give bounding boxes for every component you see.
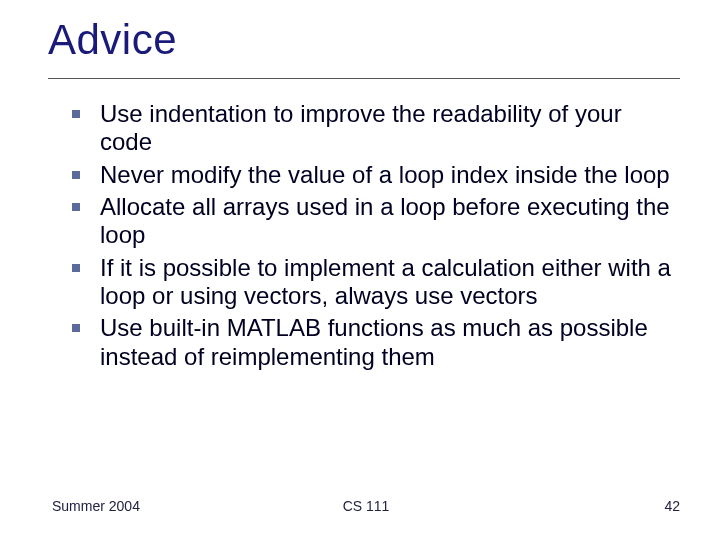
square-bullet-icon	[72, 264, 80, 272]
bullet-text: Allocate all arrays used in a loop befor…	[100, 193, 670, 248]
bullet-item: If it is possible to implement a calcula…	[68, 254, 680, 311]
bullet-text: Never modify the value of a loop index i…	[100, 161, 670, 188]
footer-right: 42	[664, 498, 680, 514]
slide: Advice Use indentation to improve the re…	[0, 0, 720, 540]
square-bullet-icon	[72, 203, 80, 211]
slide-footer: Summer 2004 CS 111 42	[52, 498, 680, 518]
square-bullet-icon	[72, 171, 80, 179]
square-bullet-icon	[72, 110, 80, 118]
bullet-item: Use built-in MATLAB functions as much as…	[68, 314, 680, 371]
bullet-list: Use indentation to improve the readabili…	[68, 100, 680, 371]
bullet-item: Use indentation to improve the readabili…	[68, 100, 680, 157]
slide-title: Advice	[48, 16, 177, 64]
square-bullet-icon	[72, 324, 80, 332]
bullet-text: If it is possible to implement a calcula…	[100, 254, 671, 309]
title-underline	[48, 78, 680, 79]
bullet-item: Allocate all arrays used in a loop befor…	[68, 193, 680, 250]
bullet-item: Never modify the value of a loop index i…	[68, 161, 680, 189]
slide-body: Use indentation to improve the readabili…	[68, 100, 680, 375]
bullet-text: Use indentation to improve the readabili…	[100, 100, 622, 155]
footer-center: CS 111	[52, 498, 680, 514]
bullet-text: Use built-in MATLAB functions as much as…	[100, 314, 648, 369]
